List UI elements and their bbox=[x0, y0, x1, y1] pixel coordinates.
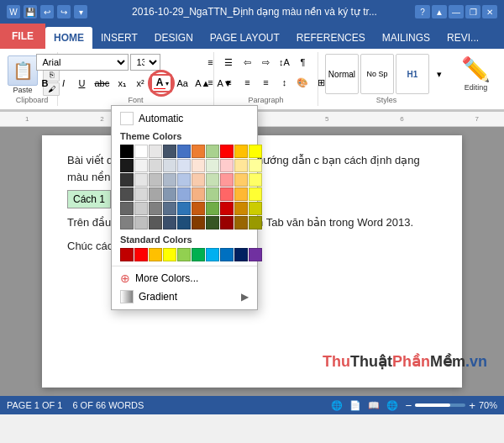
theme-color-cell[interactable] bbox=[206, 216, 219, 229]
tab-file[interactable]: FILE bbox=[0, 24, 45, 49]
theme-color-cell[interactable] bbox=[220, 202, 234, 215]
standard-color-cell[interactable] bbox=[220, 248, 234, 261]
theme-color-cell[interactable] bbox=[249, 187, 262, 201]
text-highlight-button[interactable]: Aa bbox=[174, 75, 191, 92]
theme-color-cell[interactable] bbox=[234, 173, 248, 187]
tab-home[interactable]: HOME bbox=[45, 27, 92, 49]
theme-color-cell[interactable] bbox=[249, 173, 262, 187]
underline-button[interactable]: U bbox=[73, 75, 90, 92]
help-button[interactable]: ? bbox=[415, 5, 430, 18]
theme-color-cell[interactable] bbox=[163, 159, 176, 172]
strikethrough-button[interactable]: abc bbox=[92, 75, 112, 92]
style-no-spacing[interactable]: No Sp bbox=[360, 54, 394, 94]
show-marks-button[interactable]: ¶ bbox=[294, 54, 311, 71]
theme-color-cell[interactable] bbox=[163, 145, 176, 158]
font-size-select[interactable]: 13 bbox=[130, 54, 160, 71]
tab-design[interactable]: DESIGN bbox=[146, 27, 202, 49]
tab-review[interactable]: REVI... bbox=[438, 27, 487, 49]
bold-button[interactable]: B bbox=[36, 75, 53, 92]
theme-color-cell[interactable] bbox=[163, 187, 176, 201]
theme-color-cell[interactable] bbox=[220, 216, 234, 229]
theme-color-cell[interactable] bbox=[249, 202, 262, 215]
standard-color-cell[interactable] bbox=[206, 248, 219, 261]
line-spacing-button[interactable]: ↕ bbox=[276, 74, 292, 91]
theme-color-cell[interactable] bbox=[120, 202, 134, 215]
numbering-button[interactable]: ☰ bbox=[220, 54, 237, 71]
ribbon-toggle[interactable]: ▲ bbox=[432, 5, 447, 18]
theme-color-cell[interactable] bbox=[134, 187, 148, 201]
theme-color-cell[interactable] bbox=[220, 159, 234, 172]
theme-color-cell[interactable] bbox=[149, 216, 162, 229]
superscript-button[interactable]: x² bbox=[132, 75, 149, 92]
subscript-button[interactable]: x₁ bbox=[113, 75, 130, 92]
standard-color-cell[interactable] bbox=[192, 248, 205, 261]
zoom-slider-track[interactable] bbox=[415, 403, 465, 407]
style-heading1[interactable]: H1 bbox=[396, 54, 429, 94]
restore-button[interactable]: ❐ bbox=[465, 5, 480, 18]
standard-color-cell[interactable] bbox=[149, 248, 162, 261]
view-print[interactable]: 📄 bbox=[349, 400, 361, 411]
redo-icon[interactable]: ↪ bbox=[57, 5, 71, 18]
shading-button[interactable]: 🎨 bbox=[294, 74, 311, 91]
standard-color-cell[interactable] bbox=[134, 248, 148, 261]
undo-icon[interactable]: ↩ bbox=[40, 5, 54, 18]
sort-button[interactable]: ↕A bbox=[276, 54, 292, 71]
view-reading[interactable]: 📖 bbox=[368, 400, 380, 411]
zoom-out-button[interactable]: − bbox=[405, 399, 412, 412]
theme-color-cell[interactable] bbox=[134, 173, 148, 187]
theme-color-cell[interactable] bbox=[134, 145, 148, 158]
style-normal[interactable]: Normal bbox=[325, 54, 359, 94]
theme-color-cell[interactable] bbox=[234, 216, 248, 229]
styles-more-button[interactable]: ▾ bbox=[431, 66, 448, 82]
more-colors-item[interactable]: ⊕ More Colors... bbox=[112, 269, 257, 287]
align-right-button[interactable]: ≡ bbox=[239, 74, 255, 91]
theme-color-cell[interactable] bbox=[249, 216, 262, 229]
theme-color-cell[interactable] bbox=[177, 187, 191, 201]
font-family-select[interactable]: Arial bbox=[36, 54, 129, 71]
theme-color-cell[interactable] bbox=[192, 173, 205, 187]
theme-color-cell[interactable] bbox=[249, 145, 262, 158]
theme-color-cell[interactable] bbox=[220, 173, 234, 187]
font-color-dropdown-arrow[interactable]: ▾ bbox=[165, 80, 169, 87]
align-center-button[interactable]: ≡ bbox=[220, 74, 237, 91]
theme-color-cell[interactable] bbox=[177, 173, 191, 187]
theme-color-cell[interactable] bbox=[120, 216, 134, 229]
theme-color-cell[interactable] bbox=[149, 159, 162, 172]
theme-color-cell[interactable] bbox=[120, 173, 134, 187]
standard-color-cell[interactable] bbox=[177, 248, 191, 261]
theme-color-cell[interactable] bbox=[192, 187, 205, 201]
theme-color-cell[interactable] bbox=[192, 159, 205, 172]
theme-color-cell[interactable] bbox=[234, 187, 248, 201]
theme-color-cell[interactable] bbox=[177, 216, 191, 229]
minimize-button[interactable]: — bbox=[449, 5, 464, 18]
close-button[interactable]: ✕ bbox=[482, 5, 497, 18]
theme-color-cell[interactable] bbox=[234, 145, 248, 158]
theme-color-cell[interactable] bbox=[149, 173, 162, 187]
outdent-button[interactable]: ⇦ bbox=[239, 54, 255, 71]
tab-mailings[interactable]: MAILINGS bbox=[374, 27, 438, 49]
justify-button[interactable]: ≡ bbox=[257, 74, 274, 91]
theme-color-cell[interactable] bbox=[120, 145, 134, 158]
theme-color-cell[interactable] bbox=[206, 159, 219, 172]
tab-page-layout[interactable]: PAGE LAYOUT bbox=[202, 27, 288, 49]
customize-icon[interactable]: ▾ bbox=[74, 5, 87, 18]
theme-color-cell[interactable] bbox=[163, 216, 176, 229]
theme-color-cell[interactable] bbox=[120, 159, 134, 172]
automatic-item[interactable]: Automatic bbox=[112, 109, 257, 128]
theme-color-cell[interactable] bbox=[192, 145, 205, 158]
standard-color-cell[interactable] bbox=[249, 248, 262, 261]
tab-insert[interactable]: INSERT bbox=[92, 27, 146, 49]
theme-color-cell[interactable] bbox=[249, 159, 262, 172]
theme-color-cell[interactable] bbox=[177, 159, 191, 172]
align-left-button[interactable]: ≡ bbox=[202, 74, 218, 91]
theme-color-cell[interactable] bbox=[149, 202, 162, 215]
theme-color-cell[interactable] bbox=[177, 202, 191, 215]
theme-color-cell[interactable] bbox=[206, 145, 219, 158]
theme-color-cell[interactable] bbox=[120, 187, 134, 201]
theme-color-cell[interactable] bbox=[220, 145, 234, 158]
tab-references[interactable]: REFERENCES bbox=[288, 27, 374, 49]
theme-color-cell[interactable] bbox=[234, 159, 248, 172]
indent-button[interactable]: ⇨ bbox=[257, 54, 274, 71]
bullets-button[interactable]: ≡ bbox=[202, 54, 218, 71]
theme-color-cell[interactable] bbox=[192, 216, 205, 229]
